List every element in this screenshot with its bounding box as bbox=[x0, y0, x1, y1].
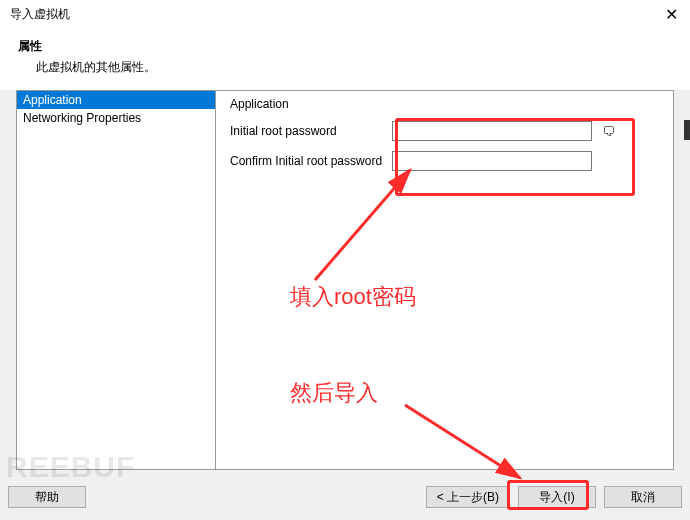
import-button[interactable]: 导入(I) bbox=[518, 486, 596, 508]
cancel-button[interactable]: 取消 bbox=[604, 486, 682, 508]
help-button[interactable]: 帮助 bbox=[8, 486, 86, 508]
input-confirm-password[interactable] bbox=[392, 151, 592, 171]
label-initial-password: Initial root password bbox=[230, 124, 392, 138]
content-area: Application Networking Properties Applic… bbox=[0, 90, 690, 470]
window-title: 导入虚拟机 bbox=[10, 6, 659, 23]
side-fragment bbox=[684, 120, 690, 140]
input-initial-password[interactable] bbox=[392, 121, 592, 141]
category-list: Application Networking Properties bbox=[16, 90, 216, 470]
close-icon[interactable]: ✕ bbox=[659, 5, 684, 24]
header-title: 属性 bbox=[18, 38, 672, 55]
form-row-confirm-password: Confirm Initial root password bbox=[230, 151, 659, 171]
wizard-window: 导入虚拟机 ✕ 属性 此虚拟机的其他属性。 Application Networ… bbox=[0, 0, 690, 520]
group-title: Application bbox=[230, 97, 659, 111]
footer-buttons: 帮助 < 上一步(B) 导入(I) 取消 bbox=[8, 486, 682, 508]
titlebar: 导入虚拟机 ✕ bbox=[0, 0, 690, 28]
sidebar-item-networking[interactable]: Networking Properties bbox=[17, 109, 215, 127]
label-confirm-password: Confirm Initial root password bbox=[230, 154, 392, 168]
header-section: 属性 此虚拟机的其他属性。 bbox=[0, 28, 690, 90]
form-row-initial-password: Initial root password 🗨 bbox=[230, 121, 659, 141]
header-subtitle: 此虚拟机的其他属性。 bbox=[18, 59, 672, 76]
properties-pane: Application Initial root password 🗨 Conf… bbox=[216, 90, 674, 470]
back-button[interactable]: < 上一步(B) bbox=[426, 486, 510, 508]
speech-bubble-icon[interactable]: 🗨 bbox=[602, 124, 615, 139]
sidebar-item-application[interactable]: Application bbox=[17, 91, 215, 109]
